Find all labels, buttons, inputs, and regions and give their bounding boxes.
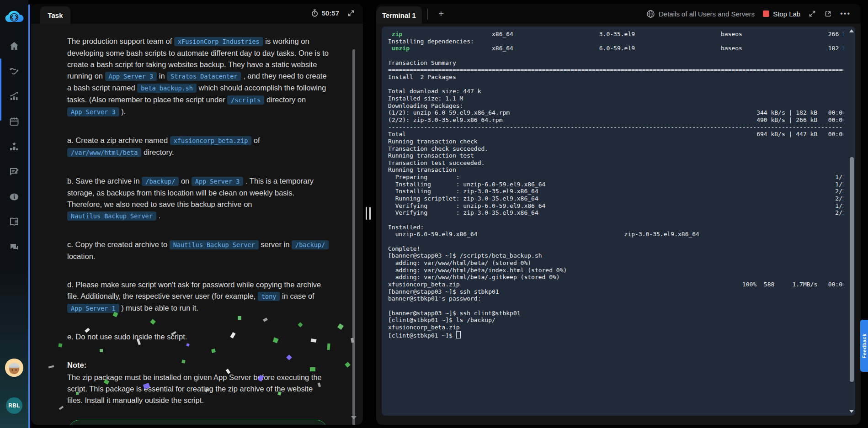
terminal-line: Running transaction test [388, 152, 843, 159]
paragraph-text: directory. [141, 148, 174, 156]
progress-chart-icon [9, 91, 20, 102]
task-paragraphs: The production support team of xFusionCo… [67, 36, 330, 343]
sidebar-item-home[interactable] [8, 40, 20, 52]
inline-code-chip: tony [258, 292, 280, 301]
stop-lab-label: Stop Lab [773, 10, 800, 18]
panel-resize-handle[interactable] [366, 207, 371, 220]
terminal-output: zip x86_64 3.0-35.el9 baseos 266 kInstal… [388, 31, 843, 412]
sidebar-item-chat[interactable] [8, 241, 20, 253]
stopwatch-icon [311, 9, 319, 17]
paragraph-text: ). [119, 107, 126, 116]
rbl-badge[interactable]: RBL [6, 397, 22, 414]
feedback-button[interactable]: Feedback [860, 320, 868, 372]
sidebar-item-library[interactable] [8, 216, 20, 228]
terminal-line: adding: var/www/html/beta/ (stored 0%) [388, 259, 843, 267]
task-panel: Task 50:57 The production support team o… [31, 4, 363, 425]
terminal-line: Transaction check succeeded. [388, 145, 843, 153]
terminal-line: Verifying : unzip-6.0-59.el9.x86_64 1/2 [388, 202, 843, 210]
sidebar-item-learning-path[interactable] [8, 65, 20, 77]
inline-code-chip: /backup/ [142, 177, 179, 186]
feedback-label: Feedback [862, 333, 867, 359]
terminal-line: xfusioncorp_beta.zip 100% 588 1.7MB/s 00… [388, 281, 843, 288]
stop-lab-button[interactable]: Stop Lab [763, 10, 800, 18]
sidebar-item-calendar[interactable] [8, 116, 20, 127]
terminal-line: adding: var/www/html/beta/.gitkeep (stor… [388, 274, 843, 281]
inline-code-chip: /var/www/html/beta [67, 148, 141, 157]
terminal-line [388, 81, 843, 88]
terminal-header-actions: Details of all Users and Servers Stop La… [646, 4, 851, 24]
kodekloud-logo-icon[interactable] [4, 8, 24, 26]
route-icon [9, 66, 20, 77]
paragraph-text: on [179, 177, 192, 185]
paragraph-text: a. Create a zip archive named [67, 136, 170, 144]
terminal-line: xfusioncorp_beta.zip [388, 324, 843, 331]
sidebar-item-info[interactable] [8, 191, 20, 203]
terminal-line [388, 52, 843, 59]
scroll-down-icon[interactable] [351, 416, 357, 419]
sidebar-item-notes[interactable] [8, 166, 20, 178]
paragraph-text: of [251, 136, 260, 144]
terminal-line: Running transaction check [388, 138, 843, 145]
sidebar-accent-divider [28, 5, 30, 428]
calendar-icon [9, 116, 20, 127]
terminal-line: Installed size: 1.1 M [388, 95, 843, 102]
details-users-servers-button[interactable]: Details of all Users and Servers [646, 10, 755, 18]
stop-icon [763, 11, 769, 17]
scroll-up-icon[interactable] [849, 29, 854, 32]
task-panel-header: Task 50:57 [31, 4, 363, 24]
terminal-line: [banner@stapp03 ~]$ ssh clint@stbkp01 [388, 310, 843, 317]
terminal-line: [clint@stbkp01 ~]$ ls /backup/ [388, 317, 843, 324]
terminal-line: [banner@stapp03 ~]$ /scripts/beta_backup… [388, 252, 843, 259]
terminal-line [388, 302, 843, 310]
task-timer: 50:57 [311, 9, 339, 17]
paragraph-text: directory on [264, 95, 306, 104]
terminal-line: Complete! [388, 245, 843, 253]
task-scrollbar[interactable] [352, 49, 355, 425]
open-in-new-icon[interactable] [824, 10, 832, 18]
terminal-screen[interactable]: zip x86_64 3.0-35.el9 baseos 266 kInstal… [382, 26, 855, 416]
tab-task[interactable]: Task [40, 6, 70, 24]
confetti-piece [59, 406, 64, 410]
user-avatar[interactable] [4, 357, 25, 378]
terminal-cursor [456, 331, 461, 338]
paragraph-text: in case of [280, 292, 314, 300]
avatar-image [5, 359, 23, 377]
terminal-line: adding: var/www/html/beta/index.html (st… [388, 267, 843, 274]
more-options-button[interactable]: ••• [840, 10, 851, 18]
terminal-line [388, 217, 843, 224]
terminal-line: ----------------------------------------… [388, 124, 843, 131]
terminal-line: [clint@stbkp01 ~]$ [388, 331, 843, 339]
note-body: The zip package must be installed on giv… [67, 372, 330, 406]
inline-code-chip: App Server 3 [105, 72, 157, 81]
new-terminal-button[interactable]: + [435, 7, 447, 21]
note-title: Note: [67, 359, 330, 371]
chat-edit-icon [9, 166, 20, 177]
task-expand-icon[interactable] [347, 10, 355, 19]
terminal-line: zip x86_64 3.0-35.el9 baseos 266 k [388, 31, 843, 38]
terminal-line: (1/2): unzip-6.0-59.el9.x86_64.rpm 344 k… [388, 109, 843, 116]
sidebar-item-rank[interactable] [8, 141, 20, 153]
paragraph-text: b. Save the archive in [67, 177, 142, 185]
paragraph-text: server in [259, 240, 292, 248]
terminal-expand-icon[interactable] [809, 10, 816, 17]
podium-star-icon [9, 141, 20, 152]
terminal-line: Total download size: 447 k [388, 88, 843, 95]
inline-code-chip: Nautilus Backup Server [170, 240, 259, 249]
inline-code-chip: App Server 3 [67, 107, 119, 116]
check-button[interactable]: Check ✓ [68, 420, 328, 425]
task-paragraph: The production support team of xFusionCo… [67, 36, 330, 118]
terminal-line: Transaction Summary [388, 59, 843, 67]
terminal-line: Verifying : zip-3.0-35.el9.x86_64 2/2 [388, 209, 843, 217]
terminal-line: banner@stbkp01's password: [388, 295, 843, 302]
terminal-line: (2/2): zip-3.0-35.el9.x86_64.rpm 490 kB/… [388, 116, 843, 124]
scroll-down-icon[interactable] [849, 410, 854, 413]
confetti-piece [345, 362, 351, 368]
terminal-scrollbar[interactable] [849, 28, 854, 414]
confetti-piece [337, 323, 344, 330]
task-content: The production support team of xFusionCo… [67, 36, 330, 425]
sidebar-item-progress[interactable] [8, 90, 20, 102]
tab-terminal-1[interactable]: Terminal 1 [376, 6, 422, 24]
app-root: RBL Task 50:57 The production support te… [0, 0, 868, 428]
terminal-scrollbar-thumb[interactable] [850, 157, 854, 382]
inline-code-chip: xFusionCorp Industries [174, 37, 263, 46]
